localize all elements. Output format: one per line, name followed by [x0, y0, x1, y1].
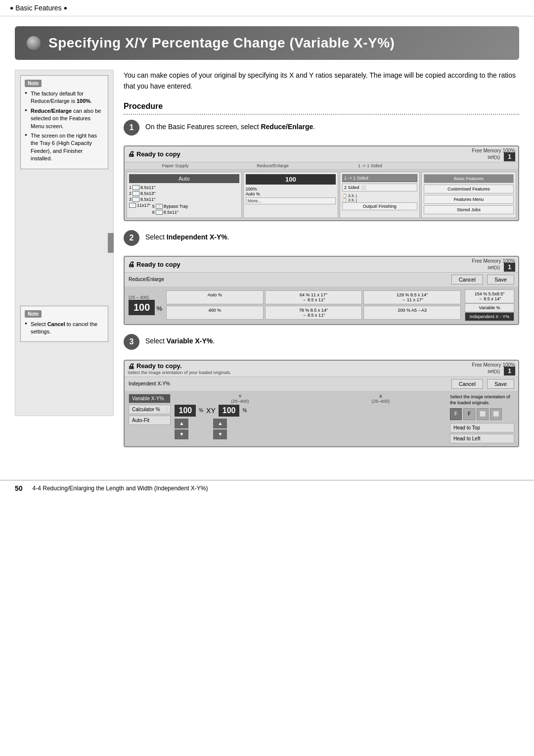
machine-ui2-header: 🖨 Ready to copy Free Memory 100% set(s) …	[125, 257, 518, 273]
tray-row-1: 1 📄 8.5x11"	[129, 185, 239, 190]
variable-opt[interactable]: Variable %	[465, 303, 514, 312]
col-sided-label: 1 -> 1 Sided	[321, 163, 419, 168]
head-to-top-btn[interactable]: Head to Top	[450, 423, 514, 432]
auto-pct-label: Auto %	[246, 191, 260, 196]
step-1: 1 On the Basic Features screen, select R…	[124, 119, 519, 136]
x-input[interactable]: 100	[219, 405, 240, 417]
y-input[interactable]: 100	[175, 405, 196, 417]
x-down-btn[interactable]: ▼	[213, 429, 227, 439]
auto-fit-btn[interactable]: Auto-Fit	[129, 416, 171, 425]
col-reduce-label: Reduce/Enlarge	[224, 163, 321, 168]
machine-ui3-header: 🖨 Ready to copy. Select the image orient…	[125, 361, 518, 377]
r129-opt[interactable]: 129 % 8.5 x 14" → 11 x 17"	[363, 290, 461, 304]
tray-3-size: 8.5x11"	[140, 197, 155, 202]
step-text-2: Select Independent X-Y%.	[145, 229, 229, 242]
customised-features-btn[interactable]: Customised Features	[424, 185, 514, 193]
xy-right-options: Select the image orientation of the load…	[450, 394, 514, 443]
xy-label: XY	[206, 407, 216, 415]
tray-6-size: 8.5x11"	[164, 210, 178, 215]
output-item[interactable]: Output/ Finishing	[342, 202, 417, 210]
r200-opt[interactable]: 200 % A5→A3	[363, 306, 461, 320]
features-panel: Basic Features Customised Features Featu…	[421, 172, 516, 218]
basic-features-btn[interactable]: Basic Features	[424, 174, 514, 183]
orientation-icon-3[interactable]: ⬜	[477, 408, 489, 420]
tray-3-icon: 📄	[133, 197, 139, 202]
pct-symbol-2: %	[156, 305, 162, 312]
independent-opt[interactable]: Independent X - Y%	[465, 312, 514, 321]
note-item-1-2: Reduce/Enlarge can also be selected on t…	[25, 107, 104, 130]
machine-ui1-col-headers: Paper Supply Reduce/Enlarge 1 -> 1 Sided	[125, 162, 518, 170]
output-row: Output/ Finishing	[342, 202, 417, 210]
ready-label-2: Ready to copy	[136, 261, 180, 268]
page-number: 50	[15, 484, 23, 492]
y-range: (25–400)	[175, 399, 305, 404]
pct-symbol-y: %	[199, 408, 203, 413]
page-footer: 50 4-4 Reducing/Enlarging the Length and…	[0, 480, 534, 496]
cancel-btn-3[interactable]: Cancel	[451, 379, 483, 389]
pct100-label: 100%	[246, 187, 257, 191]
header-bullet-right: ●	[64, 4, 67, 11]
main-content: Specifying X/Y Percentage Change (Variab…	[0, 26, 534, 470]
description-text: You can make copies of your original by …	[124, 70, 519, 92]
step-text-1: On the Basic Features screen, select Red…	[145, 119, 315, 132]
machine-ui-1: 🖨 Ready to copy Free Memory 100% set(s) …	[124, 145, 519, 221]
tray-4-size: 11x17"	[137, 203, 151, 208]
xy-left-options: Variable X-Y% Calculator % ⬜ Auto-Fit	[129, 394, 171, 443]
save-btn-2[interactable]: Save	[487, 275, 514, 284]
sided-2-btn[interactable]: 2 Sided ⬜	[342, 184, 417, 191]
tray-row-4: 📄 11x17"	[129, 203, 151, 208]
r154-opt[interactable]: 154 % 5.5x8.5" → 8.5 x 14"	[465, 289, 514, 303]
col-features-label	[419, 163, 516, 168]
ui3-subtext: Select the image orientation of your loa…	[128, 370, 231, 375]
r78-opt[interactable]: 78 % 8.5 x 14" → 8.5 x 11"	[265, 306, 362, 320]
more-link[interactable]: More...	[246, 197, 336, 204]
calculator-btn[interactable]: Calculator % ⬜	[129, 405, 171, 414]
step-number-3: 3	[124, 334, 139, 350]
head-to-left-btn[interactable]: Head to Left	[450, 434, 514, 443]
note-title-1: Note	[25, 80, 42, 87]
r64-opt[interactable]: 64 % 11 x 17" → 8.5 x 11"	[265, 290, 362, 304]
features-menu-btn[interactable]: Features Menu	[424, 195, 514, 204]
sided-2-icon: ⬜	[360, 185, 366, 190]
copy-icon-3: 🖨	[128, 362, 134, 370]
orientation-icon-1[interactable]: F	[450, 408, 462, 420]
pct-symbol-x: %	[242, 408, 247, 413]
r400-opt[interactable]: 400 %	[166, 306, 264, 320]
sided-panel: 1 -> 1 Sided 2 Sided ⬜ 📋 2.3. | 📋 2.3. |…	[340, 172, 420, 218]
left-tab	[108, 233, 114, 253]
cancel-btn-2[interactable]: Cancel	[451, 275, 483, 284]
header-bullet-left: ●	[10, 4, 13, 11]
procedure-title: Procedure	[124, 102, 519, 115]
y-label: Y	[175, 394, 305, 399]
right-column: You can make copies of your original by …	[124, 70, 519, 455]
auto-button[interactable]: Auto	[129, 174, 239, 183]
step-number-2: 2	[124, 230, 139, 246]
bypass-label: Bypass Tray	[164, 204, 188, 209]
free-memory-2: Free Memory 100% set(s) 1	[472, 258, 515, 271]
tray-row-3: 3 📄 8.5x11"	[129, 197, 239, 202]
reduce-enlarge-panel: 100 100% Auto % More...	[243, 172, 338, 218]
orientation-icon-2[interactable]: F	[463, 408, 475, 420]
step-text-3: Select Variable X-Y%.	[145, 333, 215, 346]
tray-row-2: 2 📄 8.5x13"	[129, 191, 239, 196]
ready-to-copy-1: 🖨 Ready to copy	[128, 150, 180, 158]
100-btn[interactable]: 100	[246, 174, 336, 185]
reduce-enlarge-label-2: Reduce/Enlarge	[129, 277, 164, 282]
step-number-1: 1	[124, 120, 139, 136]
variable-xy-btn[interactable]: Variable X-Y%	[129, 394, 171, 403]
copy-icon-1: 🖨	[128, 150, 134, 158]
y-down-btn[interactable]: ▼	[175, 429, 188, 439]
auto-pct-opt[interactable]: Auto %	[166, 290, 264, 304]
x-up-btn[interactable]: ▲	[213, 419, 227, 428]
y-up-btn[interactable]: ▲	[175, 419, 188, 428]
left-panel: Note The factory default for Reduce/Enla…	[15, 70, 114, 416]
free-memory-3: Free Memory 100% set(s) 1	[472, 362, 515, 375]
stored-jobs-btn[interactable]: Stored Jobs	[424, 205, 514, 214]
tray-6-icon: 📄	[156, 210, 163, 215]
head-options: Head to Top Head to Left	[450, 423, 514, 443]
orientation-icon-4[interactable]: ⬜	[490, 408, 502, 420]
re-row-1: 100%	[246, 187, 336, 191]
sided-1-btn[interactable]: 1 -> 1 Sided	[342, 174, 417, 182]
save-btn-3[interactable]: Save	[487, 379, 514, 389]
chapter-title: Specifying X/Y Percentage Change (Variab…	[48, 35, 395, 51]
